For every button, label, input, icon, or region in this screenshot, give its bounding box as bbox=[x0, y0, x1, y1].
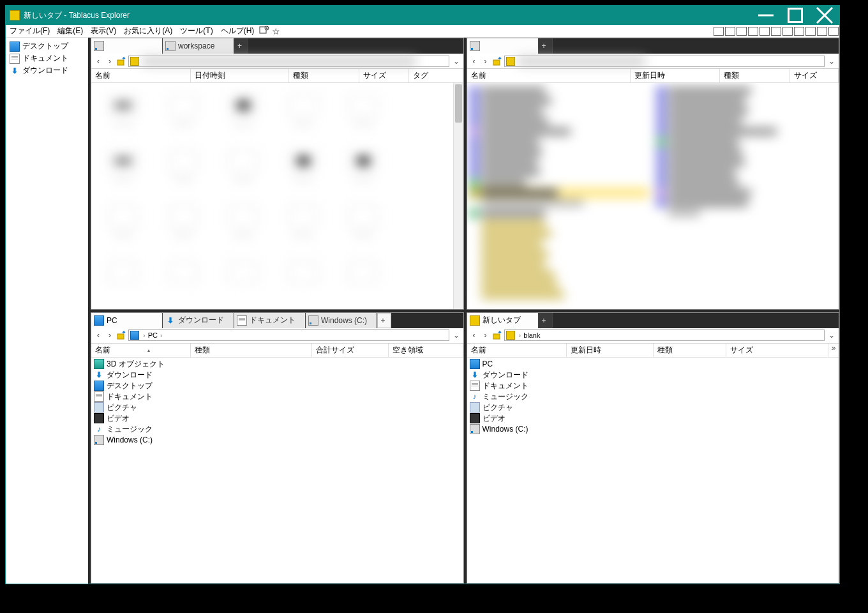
scrollbar-thumb[interactable] bbox=[455, 84, 462, 123]
forward-button[interactable]: › bbox=[481, 331, 490, 340]
list-item[interactable]: ドキュメント bbox=[94, 391, 461, 402]
content-tr[interactable] bbox=[467, 83, 839, 309]
col-name[interactable]: 名前 bbox=[91, 69, 191, 82]
list-item[interactable]: ピクチャ bbox=[470, 402, 837, 413]
more-columns-icon[interactable]: » bbox=[828, 344, 839, 357]
list-item[interactable]: ピクチャ bbox=[94, 402, 461, 413]
layout-4[interactable] bbox=[748, 27, 758, 36]
menu-favorites[interactable]: お気に入り(A) bbox=[120, 24, 176, 38]
address-bar-tr[interactable] bbox=[504, 56, 825, 67]
back-button[interactable]: ‹ bbox=[470, 331, 479, 340]
list-item[interactable]: ビデオ bbox=[94, 413, 461, 424]
col-tag[interactable]: タグ bbox=[409, 69, 463, 82]
col-date[interactable]: 更新日時 bbox=[567, 344, 654, 357]
col-date[interactable]: 日付時刻 bbox=[191, 69, 289, 82]
tab-br-0[interactable]: 新しいタブ bbox=[467, 313, 539, 328]
breadcrumb-seg[interactable]: blank bbox=[522, 331, 541, 339]
layout-1[interactable] bbox=[714, 27, 724, 36]
list-item[interactable]: ♪ミュージック bbox=[470, 391, 837, 402]
scrollbar-vertical[interactable] bbox=[453, 83, 463, 309]
tab-tr-0[interactable] bbox=[467, 38, 539, 54]
list-item[interactable]: PC bbox=[470, 359, 837, 370]
col-type[interactable]: 種類 bbox=[289, 69, 359, 82]
titlebar[interactable]: 新しいタブ - Tablacus Explorer bbox=[6, 6, 839, 25]
tab-bl-3[interactable]: Windows (C:) bbox=[306, 313, 377, 328]
menu-tools[interactable]: ツール(T) bbox=[176, 24, 216, 38]
addon-button-icon[interactable] bbox=[258, 24, 271, 38]
tab-bl-0[interactable]: PC bbox=[91, 313, 163, 328]
col-name[interactable]: 名前 bbox=[467, 344, 567, 357]
back-button[interactable]: ‹ bbox=[94, 331, 103, 340]
list-item[interactable]: ドキュメント bbox=[470, 381, 837, 391]
layout-10[interactable] bbox=[817, 27, 827, 36]
up-icon[interactable] bbox=[493, 57, 502, 66]
tab-add-br[interactable]: + bbox=[539, 313, 553, 328]
list-item[interactable]: 3D オブジェクト bbox=[94, 359, 461, 370]
layout-9[interactable] bbox=[805, 27, 816, 36]
address-bar-tl[interactable] bbox=[128, 56, 449, 67]
content-br[interactable]: PC ⬇ダウンロード ドキュメント ♪ミュージック ピクチャ ビデオ Windo… bbox=[467, 358, 839, 584]
layout-8[interactable] bbox=[794, 27, 804, 36]
menu-view[interactable]: 表示(V) bbox=[87, 24, 120, 38]
address-dropdown[interactable]: ⌄ bbox=[827, 57, 836, 66]
col-date[interactable]: 更新日時 bbox=[631, 69, 720, 82]
sidebar-item-documents[interactable]: ドキュメント bbox=[8, 52, 86, 64]
menu-file[interactable]: ファイル(F) bbox=[6, 24, 54, 38]
favorite-star-icon[interactable]: ☆ bbox=[271, 26, 281, 36]
col-size[interactable]: サイズ bbox=[726, 344, 829, 357]
close-button[interactable] bbox=[810, 6, 839, 25]
list-item[interactable]: Windows (C:) bbox=[94, 435, 461, 446]
list-item[interactable]: ⬇ダウンロード bbox=[470, 370, 837, 381]
col-type[interactable]: 種類 bbox=[720, 69, 790, 82]
content-tl[interactable]: ——————————————— ——————————————— ————————… bbox=[91, 83, 463, 309]
forward-button[interactable]: › bbox=[105, 57, 114, 66]
forward-button[interactable]: › bbox=[481, 57, 490, 66]
address-dropdown[interactable]: ⌄ bbox=[452, 331, 461, 340]
minimize-button[interactable] bbox=[751, 6, 781, 25]
sidebar-item-downloads[interactable]: ⬇ダウンロード bbox=[8, 64, 86, 77]
layout-7[interactable] bbox=[782, 27, 793, 36]
tab-tl-1[interactable]: workspace bbox=[163, 38, 234, 54]
tab-tl-0[interactable] bbox=[91, 38, 163, 54]
col-size[interactable]: 合計サイズ bbox=[312, 344, 389, 357]
list-item[interactable]: ♪ミュージック bbox=[94, 424, 461, 435]
tab-bl-2[interactable]: ドキュメント bbox=[234, 313, 306, 328]
layout-2[interactable] bbox=[725, 27, 735, 36]
up-icon[interactable] bbox=[117, 331, 126, 340]
address-bar-br[interactable]: › blank bbox=[504, 329, 825, 341]
tab-add-bl[interactable]: + bbox=[377, 313, 391, 328]
list-item[interactable]: ビデオ bbox=[470, 413, 837, 424]
tab-add-tr[interactable]: + bbox=[539, 38, 553, 54]
menu-edit[interactable]: 編集(E) bbox=[54, 24, 87, 38]
layout-6[interactable] bbox=[771, 27, 781, 36]
content-bl[interactable]: 3D オブジェクト ⬇ダウンロード デスクトップ ドキュメント ピクチャ ビデオ… bbox=[91, 358, 463, 584]
list-item[interactable]: Windows (C:) bbox=[470, 424, 837, 435]
tab-bl-1[interactable]: ⬇ダウンロード bbox=[163, 313, 234, 328]
address-dropdown[interactable]: ⌄ bbox=[452, 57, 461, 66]
tab-add-tl[interactable]: + bbox=[234, 38, 248, 54]
sidebar-item-desktop[interactable]: デスクトップ bbox=[8, 40, 86, 52]
layout-11[interactable] bbox=[828, 27, 839, 36]
col-name[interactable]: 名前 bbox=[467, 69, 631, 82]
col-name[interactable]: 名前▴ bbox=[91, 344, 191, 357]
maximize-button[interactable] bbox=[781, 6, 810, 25]
back-button[interactable]: ‹ bbox=[94, 57, 103, 66]
col-type[interactable]: 種類 bbox=[191, 344, 312, 357]
address-bar-bl[interactable]: › PC › bbox=[128, 329, 449, 341]
layout-3[interactable] bbox=[737, 27, 747, 36]
col-type[interactable]: 種類 bbox=[654, 344, 726, 357]
up-icon[interactable] bbox=[493, 331, 502, 340]
col-free[interactable]: 空き領域 bbox=[389, 344, 463, 357]
up-icon[interactable] bbox=[117, 57, 126, 66]
menu-help[interactable]: ヘルプ(H) bbox=[217, 24, 258, 38]
list-item[interactable]: デスクトップ bbox=[94, 381, 461, 391]
desktop-icon bbox=[94, 381, 104, 391]
layout-5[interactable] bbox=[760, 27, 770, 36]
address-dropdown[interactable]: ⌄ bbox=[827, 331, 836, 340]
forward-button[interactable]: › bbox=[105, 331, 114, 340]
col-size[interactable]: サイズ bbox=[359, 69, 409, 82]
col-size[interactable]: サイズ bbox=[790, 69, 839, 82]
breadcrumb-seg[interactable]: PC bbox=[147, 331, 159, 339]
back-button[interactable]: ‹ bbox=[470, 57, 479, 66]
list-item[interactable]: ⬇ダウンロード bbox=[94, 370, 461, 381]
